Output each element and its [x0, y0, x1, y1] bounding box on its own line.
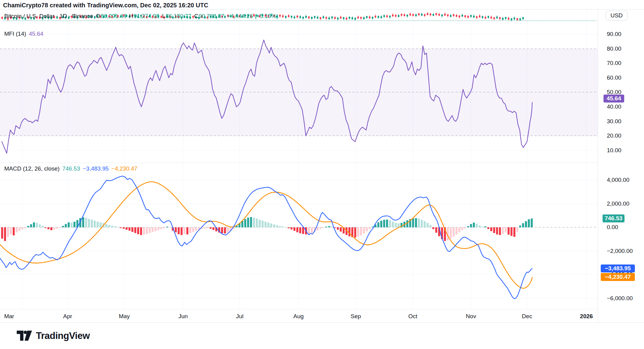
- close-label: C: [194, 13, 198, 20]
- value-badge: 45.64: [603, 95, 624, 103]
- ohlc-high: H91,274.98: [129, 13, 159, 20]
- axis-tick-label: −6,000.00: [607, 295, 633, 302]
- price-scale-border: [598, 9, 598, 322]
- open-label: O: [96, 13, 100, 20]
- axis-tick-label: 2,000.00: [607, 200, 629, 207]
- mfi-legend: MFI (14) 45.64: [4, 31, 43, 37]
- time-axis-month-label: Mar: [4, 313, 14, 320]
- currency-toggle-button[interactable]: USD: [606, 11, 628, 20]
- tradingview-logo-text: TradingView: [36, 330, 90, 341]
- axis-tick-label: 80.00: [607, 45, 621, 52]
- tradingview-logo-icon: [17, 329, 32, 342]
- mfi-value: 45.64: [29, 31, 44, 37]
- time-axis-month-label: Aug: [293, 313, 304, 320]
- axis-tick-label: 60.00: [607, 74, 621, 81]
- macd-title[interactable]: MACD (12, 26, close): [4, 165, 60, 172]
- low-label: L: [162, 13, 165, 20]
- macd-signal-value: −4,230.47: [111, 165, 137, 172]
- axis-tick-label: −2,000.00: [607, 248, 633, 254]
- axis-tick-label: 10.00: [607, 147, 621, 154]
- high-label: H: [129, 13, 133, 20]
- attribution-text: ChamiCrypto78 created with TradingView.c…: [3, 2, 208, 9]
- open-value: 86,291.44: [101, 13, 126, 20]
- time-axis-month-label: Jun: [179, 313, 188, 320]
- time-axis-month-label: Oct: [408, 313, 417, 320]
- ohlc-open: O86,291.44: [96, 13, 126, 20]
- value-badge: −4,230.47: [601, 273, 635, 281]
- time-axis-month-label: Sep: [351, 313, 361, 320]
- time-axis-month-label: Dec: [522, 313, 532, 320]
- mfi-title[interactable]: MFI (14): [4, 31, 26, 37]
- ohlc-low: L86,180.77: [162, 13, 191, 20]
- axis-tick-label: 20.00: [607, 132, 621, 139]
- time-axis-month-label: Jul: [236, 313, 243, 320]
- macd-legend: MACD (12, 26, close) 746.53 −3,483.95 −4…: [4, 165, 137, 172]
- macd-line-value: −3,483.95: [83, 165, 109, 172]
- low-value: 86,180.77: [166, 13, 192, 20]
- axis-tick-label: 0.00: [607, 224, 618, 231]
- time-axis-month-label: Nov: [466, 313, 476, 320]
- axis-tick-label: 4,000.00: [607, 177, 629, 183]
- close-value: 90,738.87: [199, 13, 225, 20]
- tradingview-logo: TradingView: [17, 329, 90, 342]
- time-axis-month-label: May: [119, 313, 130, 320]
- value-badge: 746.53: [603, 214, 625, 222]
- axis-tick-label: 30.00: [607, 118, 621, 125]
- value-badge: −3,483.95: [601, 264, 635, 272]
- axis-tick-label: 90.00: [607, 31, 621, 38]
- macd-histogram-value: 746.53: [62, 165, 80, 172]
- axis-tick-label: 70.00: [607, 60, 621, 67]
- time-axis-month-label: Apr: [63, 313, 72, 320]
- high-value: 91,274.98: [134, 13, 160, 20]
- symbol-legend: Bitcoin / U.S. Dollar · 1D · Binance O86…: [4, 13, 278, 20]
- symbol-title[interactable]: Bitcoin / U.S. Dollar · 1D · Binance: [4, 13, 93, 20]
- ohlc-close: C90,738.87: [194, 13, 224, 20]
- axis-tick-label: 40.00: [607, 103, 621, 110]
- change-value: +4,444.26 (+5.15%): [227, 13, 278, 20]
- time-axis-year-label: 2026: [580, 313, 593, 320]
